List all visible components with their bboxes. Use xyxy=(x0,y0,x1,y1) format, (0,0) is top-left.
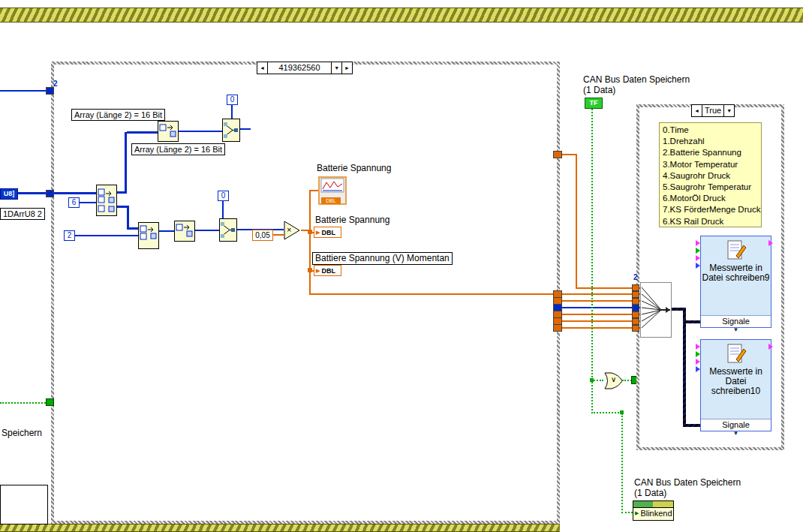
wire-u8 xyxy=(222,201,224,219)
dbl-indicator-terminal-2[interactable]: ▶ DBL xyxy=(314,265,341,276)
tunnel-in-dbl xyxy=(632,284,639,291)
join-numbers-icon-2[interactable] xyxy=(219,218,237,242)
or-function-icon[interactable]: ∨ xyxy=(603,372,624,389)
labview-block-diagram: ◄ 419362560 ▼ ► 2 U8] 1DArrU8 2 Array (L… xyxy=(0,0,803,532)
constant-zero-mid[interactable]: 0 xyxy=(218,191,229,201)
inner-case-dropdown-arrow[interactable]: ▼ xyxy=(723,105,734,116)
array-comment-label-1: Array (Länge 2) = 16 Bit xyxy=(71,109,165,121)
inner-case-selector[interactable]: ◄ True ▼ xyxy=(691,104,735,117)
blinkend-property-node[interactable]: ▶ Blinkend xyxy=(633,500,674,521)
express-vi-title: Messwerte in Datei schreiben10 xyxy=(701,367,771,396)
constant-scale-005[interactable]: 0,05 xyxy=(252,230,273,241)
wire-u8 xyxy=(179,131,222,132)
write-to-file-express-vi-1[interactable]: Messwerte in Datei schreiben9 Signale ▼ xyxy=(700,236,771,328)
wire-boolean xyxy=(621,512,633,513)
inner-case-prev-arrow[interactable]: ◄ xyxy=(692,105,702,116)
wire-array xyxy=(127,131,158,134)
signal-list-line: 7.KS FörderMenge Druck xyxy=(663,204,761,215)
wire-junction xyxy=(308,230,312,234)
expand-chevron-icon[interactable]: ▼ xyxy=(733,430,739,437)
signal-list-line: 2.Batterie Spannung xyxy=(663,147,761,158)
type-cast-icon[interactable] xyxy=(174,221,195,242)
wire-dynamic xyxy=(683,308,686,427)
wire-boolean xyxy=(591,109,593,413)
wire-u16 xyxy=(240,128,251,130)
wire-dynamic xyxy=(683,424,701,427)
wire-array xyxy=(117,206,127,208)
wire-dbl xyxy=(309,190,311,295)
constant-two[interactable]: 2 xyxy=(64,230,75,241)
tunnel-in-dbl xyxy=(632,298,639,305)
tunnel-boolean-in xyxy=(46,398,54,406)
tunnel-blue-top xyxy=(46,87,54,95)
tunnel-badge: 2 xyxy=(53,80,58,88)
array-comment-label-2: Array (Länge 2) = 16 Bit xyxy=(131,143,225,155)
wire-junction xyxy=(308,268,312,272)
wire-array xyxy=(54,192,96,194)
signal-list-line: 1.Drehzahl xyxy=(663,136,761,147)
wire-u8 xyxy=(159,230,174,232)
can-bus-bottom-label-line2: (1 Data) xyxy=(634,488,666,498)
wire-dbl xyxy=(562,314,640,315)
wire-u8 xyxy=(80,202,96,203)
dbl-type-text: DBL xyxy=(321,267,335,275)
wire-array xyxy=(127,206,129,230)
terminal-arrow-icon xyxy=(768,344,776,350)
indicator-input-arrow-icon: ▶ xyxy=(316,267,320,274)
express-vi-port-signale[interactable]: Signale xyxy=(701,315,771,327)
u8-array-terminal[interactable]: U8] xyxy=(0,188,18,200)
tunnel-out-dbl xyxy=(553,324,562,332)
expand-chevron-icon[interactable]: ▼ xyxy=(733,326,739,333)
write-to-file-express-vi-2[interactable]: Messwerte in Datei schreiben10 Signale ▼ xyxy=(700,339,771,431)
wire-boolean xyxy=(591,412,621,413)
dbl-type-text: DBL xyxy=(321,229,335,236)
wire-boolean xyxy=(0,402,46,404)
join-numbers-icon[interactable] xyxy=(222,119,240,142)
waveform-chart-terminal[interactable]: DBL xyxy=(318,176,347,205)
index-array-icon-2[interactable] xyxy=(138,222,159,249)
terminal-arrow-icon xyxy=(768,240,776,246)
index-array-icon[interactable] xyxy=(96,185,117,216)
tunnel-in-dbl xyxy=(632,291,639,298)
case-dropdown-arrow[interactable]: ▼ xyxy=(331,62,341,74)
multiply-icon[interactable]: × xyxy=(284,221,301,240)
constant-six[interactable]: 6 xyxy=(68,197,80,208)
terminal-arrow-icon xyxy=(696,366,703,372)
merge-signals-icon[interactable] xyxy=(640,282,672,338)
can-bus-label-line2: (1 Data) xyxy=(583,85,615,95)
constant-zero-top[interactable]: 0 xyxy=(227,95,238,105)
terminal-arrow-icon xyxy=(696,255,703,261)
wire-boolean xyxy=(621,413,623,513)
wire-array xyxy=(129,227,138,230)
terminal-arrow-icon xyxy=(696,248,703,254)
case-selector[interactable]: ◄ 419362560 ▼ ► xyxy=(257,62,353,74)
outer-loop-bottom-border xyxy=(0,524,560,532)
signal-list-line: 5.Saugrohr Temperatur xyxy=(663,182,761,193)
case-next-arrow[interactable]: ► xyxy=(341,62,352,74)
array-wire-label: 1DArrU8 2 xyxy=(0,208,45,220)
signal-list-line: 6.KS Rail Druck xyxy=(663,216,761,227)
tf-boolean-constant[interactable]: TF xyxy=(585,98,603,109)
wire-dbl xyxy=(273,234,284,236)
array-subset-icon[interactable] xyxy=(158,121,179,142)
inner-case-selector-value[interactable]: True xyxy=(702,105,723,116)
tunnel-in-dbl xyxy=(632,311,639,318)
chart-label: Batterie Spannung xyxy=(317,163,391,173)
wire-array xyxy=(18,192,46,194)
wire-dbl xyxy=(562,293,640,295)
case-prev-arrow[interactable]: ◄ xyxy=(257,62,268,74)
terminal-arrow-icon xyxy=(696,263,703,269)
wire-junction xyxy=(590,378,594,382)
case-selector-value[interactable]: 419362560 xyxy=(268,62,331,74)
terminal-arrow-icon xyxy=(696,240,703,246)
express-vi-port-signale[interactable]: Signale xyxy=(701,419,771,431)
can-bus-label-line1: CAN Bus Daten Speichern xyxy=(583,74,690,85)
momentan-label: Battiere Spannung (V) Momentan xyxy=(312,252,453,265)
or-glyph: ∨ xyxy=(611,375,616,383)
wire-dbl xyxy=(576,154,577,289)
dbl-indicator-terminal[interactable]: ▶ DBL xyxy=(314,227,341,238)
dbl-type-chip: DBL xyxy=(321,197,341,204)
wire-blue-top xyxy=(0,90,47,92)
wire-dbl xyxy=(562,327,640,329)
express-vi-title: Messwerte in Datei schreiben9 xyxy=(701,263,771,283)
